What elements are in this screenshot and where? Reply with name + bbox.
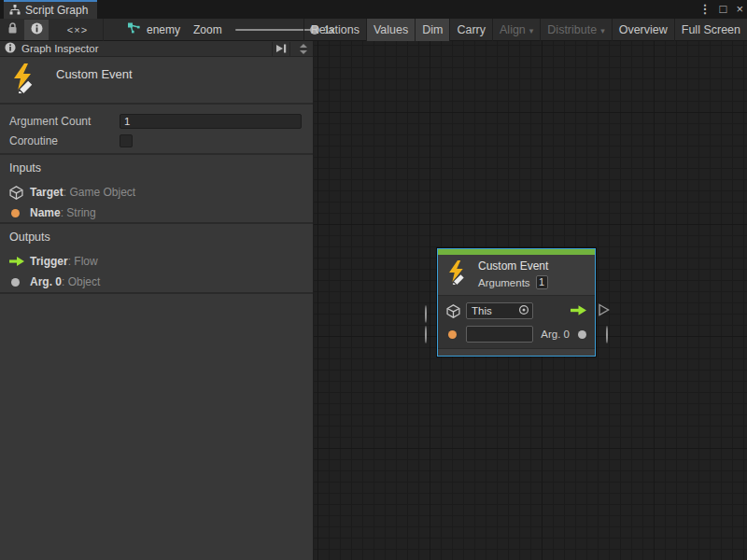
zoom-label: Zoom [193, 23, 222, 36]
values-button[interactable]: Values [366, 19, 415, 41]
graph-breadcrumb[interactable]: enemy [127, 19, 180, 41]
port-in-name[interactable] [425, 327, 427, 343]
node-body: This [438, 296, 595, 349]
graph-inspector-panel: Graph Inspector [0, 41, 314, 560]
node-footer [438, 348, 595, 356]
graph-network-icon [127, 22, 141, 37]
string-port-icon [446, 330, 466, 339]
info-icon [31, 21, 43, 38]
window-menu-icon[interactable]: ⋮ [699, 0, 711, 19]
outputs-heading: Outputs [9, 231, 303, 244]
node-title: Custom Event [478, 259, 548, 273]
carry-button[interactable]: Carry [449, 19, 492, 41]
input-row-name: Name : String [9, 203, 303, 223]
script-graph-window: Script Graph ⋮ □ × [0, 0, 747, 560]
dock-panel-button[interactable] [272, 42, 290, 56]
input-row-target: Target : Game Object [9, 182, 303, 203]
arguments-label: Arguments [478, 277, 530, 288]
dim-button[interactable]: Dim [415, 19, 449, 41]
arg0-output-dot [578, 330, 586, 339]
align-dropdown[interactable]: Align ▾ [492, 19, 540, 41]
graph-canvas[interactable]: Custom Event Arguments 1 [314, 41, 747, 560]
info-icon [5, 40, 16, 57]
coroutine-row: Coroutine [9, 133, 302, 149]
tab-strip: Script Graph ⋮ □ × [0, 0, 747, 19]
inputs-heading: Inputs [9, 161, 303, 175]
graph-toolbar: <×> enemy Zoom 1x Relations Values [0, 19, 747, 41]
node-header[interactable]: Custom Event Arguments 1 [438, 255, 595, 296]
argument-count-row: Argument Count 1 [9, 113, 302, 130]
dock-right-icon [275, 40, 287, 57]
lock-icon [7, 21, 18, 38]
full-screen-button[interactable]: Full Screen [674, 19, 747, 41]
port-out-arg0[interactable] [606, 327, 608, 343]
graph-name-label: enemy [147, 23, 180, 36]
chevron-down-icon: ▾ [600, 26, 605, 35]
string-port-icon [9, 209, 30, 217]
scroll-down-icon[interactable] [300, 50, 307, 54]
target-picker-icon [518, 302, 529, 319]
node-name-row: Arg. 0 [446, 325, 586, 343]
arg0-output-label: Arg. 0 [541, 329, 570, 340]
arguments-count-field[interactable]: 1 [536, 275, 548, 289]
chevron-down-icon: ▾ [529, 26, 534, 35]
argument-count-input[interactable]: 1 [120, 114, 302, 129]
distribute-dropdown[interactable]: Distribute ▾ [540, 19, 611, 41]
object-port-icon [9, 278, 30, 287]
tab-label: Script Graph [25, 4, 88, 17]
cube-icon [446, 304, 466, 318]
overview-button[interactable]: Overview [612, 19, 674, 41]
output-row-arg0: Arg. 0 : Object [9, 272, 303, 292]
inspector-toggle-button[interactable] [24, 20, 49, 40]
output-row-trigger: Trigger : Flow [9, 251, 303, 272]
event-header-section: Custom Event [0, 57, 313, 105]
close-icon[interactable]: × [736, 0, 743, 19]
window-controls: ⋮ □ × [699, 0, 743, 19]
scroll-up-icon[interactable] [300, 44, 307, 48]
coroutine-checkbox[interactable] [120, 134, 133, 147]
graph-inspector-header: Graph Inspector [0, 41, 313, 57]
maximize-icon[interactable]: □ [720, 0, 727, 19]
inputs-section: Inputs Target : Game Object Name : Strin… [0, 155, 313, 224]
toolbar-buttons: Relations Values Dim Carry Align ▾ Distr… [303, 19, 747, 41]
argument-count-label: Argument Count [9, 115, 120, 128]
node-target-row: This [446, 301, 586, 320]
cube-icon [9, 186, 30, 200]
trigger-arrow-icon [571, 302, 586, 319]
custom-event-node[interactable]: Custom Event Arguments 1 [437, 248, 596, 357]
flow-arrow-icon [9, 257, 30, 266]
coroutine-label: Coroutine [9, 134, 120, 147]
code-view-button[interactable]: <×> [56, 20, 99, 40]
toolbar-separator [103, 19, 104, 41]
custom-event-icon [445, 260, 470, 288]
relations-button[interactable]: Relations [303, 19, 366, 41]
lock-button[interactable] [2, 20, 22, 40]
port-out-trigger[interactable] [598, 303, 610, 320]
event-settings-section: Argument Count 1 Coroutine [0, 105, 313, 155]
panel-scroll-spinner[interactable] [296, 42, 311, 56]
inspector-title: Graph Inspector [21, 43, 266, 54]
custom-event-icon [9, 63, 39, 97]
event-name-input[interactable] [466, 326, 533, 343]
tab-script-graph[interactable]: Script Graph [4, 0, 97, 19]
target-dropdown[interactable]: This [466, 302, 533, 319]
port-in-target[interactable] [425, 306, 427, 323]
outputs-section: Outputs Trigger : Flow Arg. 0 : Object [0, 224, 313, 294]
event-title: Custom Event [56, 67, 133, 81]
graph-hierarchy-icon [9, 2, 21, 19]
node-arguments: Arguments 1 [478, 275, 548, 289]
